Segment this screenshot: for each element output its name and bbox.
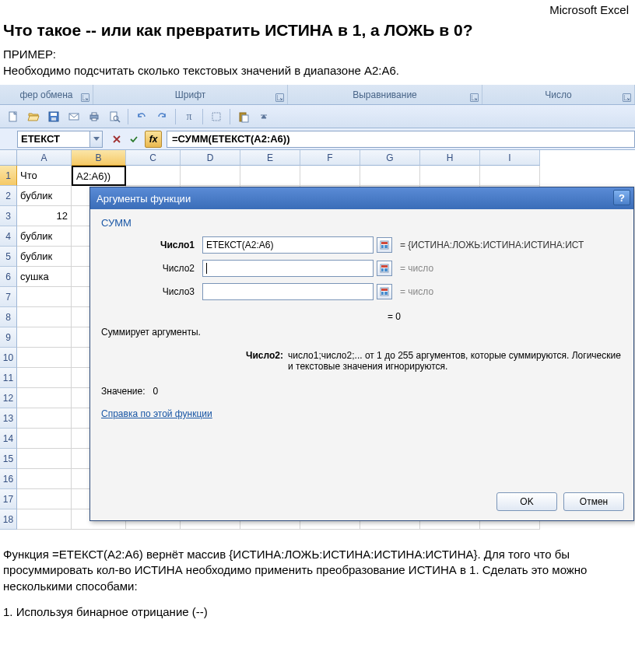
formula-input[interactable]: =СУММ(ЕТЕКСТ(A2:A6)) — [167, 131, 635, 148]
argument-result: = число — [400, 263, 433, 274]
argument-result: = {ИСТИНА:ЛОЖЬ:ИСТИНА:ИСТИНА:ИСТ — [400, 240, 584, 250]
cell[interactable] — [300, 166, 360, 186]
row-header[interactable]: 13 — [0, 408, 17, 429]
range-selector-icon[interactable] — [377, 284, 392, 299]
cell[interactable] — [240, 166, 300, 186]
row-header[interactable]: 2 — [0, 186, 17, 206]
cell[interactable]: бублик — [17, 247, 72, 267]
cancel-button[interactable]: Отмен — [563, 492, 624, 511]
cell[interactable]: сушка — [17, 267, 72, 287]
row-header[interactable]: 15 — [0, 449, 17, 469]
row-header[interactable]: 4 — [0, 226, 17, 247]
column-header[interactable]: A — [17, 150, 72, 166]
print-icon[interactable] — [86, 108, 103, 125]
row-header[interactable]: 9 — [0, 327, 17, 348]
dialog-titlebar[interactable]: Аргументы функции ? — [90, 187, 633, 209]
cell[interactable] — [17, 449, 72, 469]
borders-icon[interactable] — [208, 108, 225, 125]
name-box-value: ЕТЕКСТ — [21, 133, 60, 145]
cell[interactable] — [126, 166, 181, 186]
pi-icon[interactable]: π — [181, 108, 198, 125]
cell[interactable]: бублик — [17, 186, 72, 206]
column-header[interactable]: H — [420, 150, 480, 166]
formula-text: =СУММ(ЕТЕКСТ(A2:A6)) — [172, 133, 290, 145]
customize-qat-icon[interactable] — [255, 108, 272, 125]
cell[interactable] — [17, 388, 72, 408]
help-icon[interactable]: ? — [613, 190, 630, 205]
svg-rect-11 — [212, 113, 220, 121]
row-header[interactable]: 7 — [0, 287, 17, 307]
cell[interactable]: A2:A6)) — [72, 166, 126, 186]
argument-input[interactable] — [202, 283, 374, 300]
ok-button[interactable]: OK — [496, 492, 557, 511]
qat-separator — [230, 109, 230, 124]
svg-rect-24 — [381, 292, 384, 295]
enter-check-icon[interactable] — [126, 131, 142, 147]
svg-rect-13 — [242, 115, 248, 122]
dialog-launcher-icon[interactable] — [470, 93, 479, 102]
cell[interactable] — [17, 408, 72, 429]
column-header[interactable]: I — [480, 150, 540, 166]
range-selector-icon[interactable] — [377, 237, 392, 253]
name-box[interactable]: ЕТЕКСТ — [17, 131, 103, 148]
row-header[interactable]: 18 — [0, 509, 17, 530]
save-icon[interactable] — [45, 108, 62, 125]
email-icon[interactable] — [65, 108, 82, 125]
argument-input[interactable] — [202, 260, 374, 277]
new-file-icon[interactable] — [5, 108, 22, 125]
open-icon[interactable] — [25, 108, 42, 125]
row-header[interactable]: 1 — [0, 166, 17, 186]
cell[interactable] — [17, 307, 72, 327]
cell[interactable] — [17, 509, 72, 530]
column-header[interactable]: B — [72, 150, 126, 166]
row-header[interactable]: 11 — [0, 368, 17, 388]
cell[interactable] — [17, 368, 72, 388]
redo-icon[interactable] — [153, 108, 170, 125]
column-header[interactable]: G — [360, 150, 420, 166]
qat-separator — [175, 109, 176, 124]
column-header[interactable]: E — [240, 150, 300, 166]
undo-icon[interactable] — [133, 108, 150, 125]
cell[interactable] — [17, 327, 72, 348]
column-header[interactable]: F — [300, 150, 360, 166]
row-header[interactable]: 10 — [0, 348, 17, 368]
row-header[interactable]: 12 — [0, 388, 17, 408]
argument-label: Число1 — [101, 240, 202, 250]
cell[interactable] — [17, 469, 72, 489]
argument-input[interactable]: ЕТЕКСТ(A2:A6) — [202, 236, 374, 254]
row-header[interactable]: 8 — [0, 307, 17, 327]
select-all-button[interactable] — [0, 150, 17, 166]
fx-icon[interactable]: fx — [145, 131, 162, 148]
cell[interactable] — [420, 166, 480, 186]
cell[interactable] — [181, 166, 240, 186]
cell[interactable] — [480, 166, 540, 186]
svg-rect-23 — [381, 289, 388, 291]
name-box-dropdown-icon[interactable] — [89, 131, 102, 147]
cell[interactable] — [17, 348, 72, 368]
column-header[interactable]: C — [126, 150, 181, 166]
row-header[interactable]: 5 — [0, 247, 17, 267]
cell[interactable] — [17, 429, 72, 449]
row-header[interactable]: 6 — [0, 267, 17, 287]
column-header[interactable]: D — [181, 150, 240, 166]
cancel-x-icon[interactable] — [109, 131, 125, 147]
cell[interactable] — [17, 489, 72, 509]
cell[interactable]: Что — [17, 166, 72, 186]
row-header[interactable]: 14 — [0, 429, 17, 449]
paste-icon[interactable] — [235, 108, 252, 125]
help-link[interactable]: Справка по этой функции — [101, 408, 212, 419]
print-preview-icon[interactable] — [106, 108, 123, 125]
dialog-launcher-icon[interactable] — [275, 93, 284, 102]
cell[interactable]: 12 — [17, 206, 72, 226]
range-selector-icon[interactable] — [377, 261, 392, 276]
dialog-launcher-icon[interactable] — [81, 93, 89, 102]
dialog-title: Аргументы функции — [96, 193, 191, 205]
cell[interactable] — [17, 287, 72, 307]
cell[interactable] — [360, 166, 420, 186]
dialog-launcher-icon[interactable] — [623, 93, 631, 102]
svg-rect-17 — [384, 245, 388, 248]
row-header[interactable]: 16 — [0, 469, 17, 489]
cell[interactable]: бублик — [17, 226, 72, 247]
row-header[interactable]: 17 — [0, 489, 17, 509]
row-header[interactable]: 3 — [0, 206, 17, 226]
